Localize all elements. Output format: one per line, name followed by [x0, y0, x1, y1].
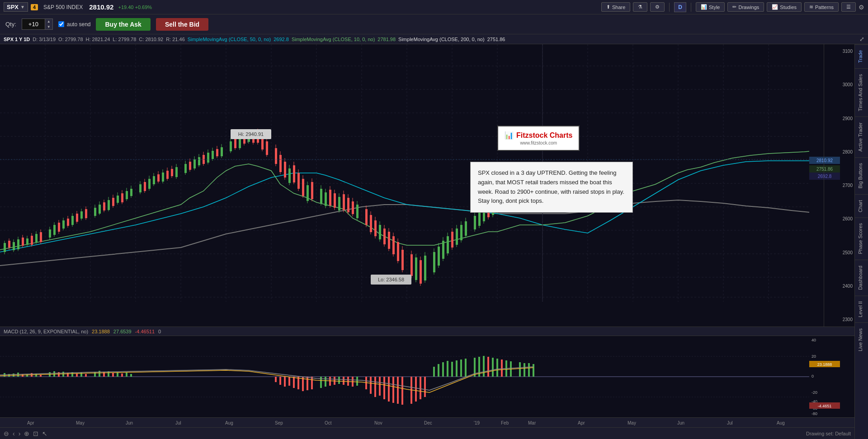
price-2700: 2700 — [826, 183, 853, 188]
drawings-icon: ✏ — [732, 4, 736, 10]
svg-rect-326 — [483, 356, 485, 377]
price-2500: 2500 — [826, 250, 853, 255]
chart-close: C: 2810.92 — [139, 37, 163, 42]
drawing-set-label: Drawing set: Default — [806, 431, 851, 436]
svg-text:'19: '19 — [474, 420, 480, 425]
settings-button[interactable]: ⚙ — [650, 2, 665, 12]
sidebar-tab-live-news[interactable]: Live News — [855, 322, 868, 357]
sidebar-tab-dashboard[interactable]: Dashboard — [855, 260, 868, 295]
chart-icon: 📊 — [505, 131, 514, 140]
svg-rect-309 — [392, 377, 394, 403]
price-2800: 2800 — [826, 149, 853, 154]
svg-rect-280 — [112, 373, 114, 377]
share-button[interactable]: ⬆ Share — [601, 2, 630, 12]
svg-rect-282 — [121, 374, 123, 377]
top-toolbar: SPX ▼ 4 S&P 500 INDEX 2810.92 +19.40 +0.… — [0, 0, 868, 14]
price-2600: 2600 — [826, 216, 853, 221]
svg-rect-286 — [279, 377, 281, 385]
zoom-in-icon[interactable]: ⊕ — [24, 430, 29, 437]
svg-rect-289 — [293, 377, 295, 388]
svg-rect-307 — [383, 377, 385, 399]
svg-text:Nov: Nov — [374, 420, 382, 425]
svg-text:Apr: Apr — [578, 420, 585, 425]
svg-rect-275 — [85, 374, 87, 377]
svg-text:Jun: Jun — [677, 420, 684, 425]
svg-text:40: 40 — [811, 338, 816, 342]
sma10-value: 2781.98 — [377, 37, 396, 42]
period-button[interactable]: D — [674, 2, 686, 12]
svg-rect-314 — [420, 377, 421, 399]
chart-open: O: 2799.78 — [58, 37, 83, 42]
svg-text:Dec: Dec — [424, 420, 432, 425]
sma200-value: 2751.86 — [487, 37, 505, 42]
macd-chart-container: 40 20 0 -20 -40 -60 -80 23.1888 -4.4651 — [0, 336, 854, 417]
fitzstock-box: 📊 Fitzstock Charts www.fitzstock.com — [497, 126, 580, 151]
price-change: +19.40 +0.69% — [118, 5, 152, 10]
macd-val4: 0 — [158, 329, 161, 334]
qty-label: Qty: — [5, 21, 16, 28]
settings-icon: ⚙ — [655, 4, 660, 10]
style-icon: 📊 — [701, 4, 707, 10]
patterns-button[interactable]: ≋ Patterns — [804, 2, 839, 12]
ticker-dropdown-icon[interactable]: ▼ — [20, 5, 25, 9]
qty-arrows: ▲ ▼ — [45, 19, 52, 29]
svg-rect-328 — [492, 358, 494, 377]
chart-settings-gear-icon[interactable]: ⚙ — [859, 4, 864, 11]
qty-up-button[interactable]: ▲ — [45, 19, 52, 24]
price-scale: 3100 3000 2900 2800 2700 2600 2500 2400 … — [824, 44, 854, 327]
svg-rect-295 — [325, 377, 326, 387]
macd-val3: -4.46511 — [135, 329, 155, 334]
share-icon: ⬆ — [606, 4, 610, 10]
svg-rect-311 — [401, 377, 403, 405]
sidebar-tab-trade[interactable]: Trade — [855, 44, 868, 68]
svg-rect-284 — [130, 374, 132, 377]
sma50-label: SimpleMovingAvg (CLOSE, 50, 0, no) — [188, 37, 271, 42]
svg-rect-334 — [524, 363, 525, 377]
sell-bid-button[interactable]: Sell the Bid — [156, 18, 208, 31]
svg-rect-313 — [415, 377, 417, 402]
x-axis-svg: Apr May Jun Jul Aug Sep Oct Nov Dec '19 … — [0, 418, 841, 428]
macd-chart-svg: 40 20 0 -20 -40 -60 -80 23.1888 -4.4651 — [0, 336, 841, 417]
svg-text:20: 20 — [811, 354, 816, 359]
svg-text:Jul: Jul — [727, 420, 733, 425]
chart-info-bar: SPX 1 Y 1D D: 3/13/19 O: 2799.78 H: 2821… — [0, 34, 868, 44]
sidebar-tab-times-sales[interactable]: Times And Sales — [855, 68, 868, 117]
auto-send-label[interactable]: auto send — [58, 21, 91, 28]
sidebar-tab-phase-scores[interactable]: Phase Scores — [855, 217, 868, 259]
scroll-left-icon[interactable]: ‹ — [13, 430, 15, 437]
svg-text:-20: -20 — [811, 390, 817, 395]
stock-name: S&P 500 INDEX — [43, 4, 83, 10]
macd-info-bar: MACD (12, 26, 9, EXPONENTIAL, no) 23.188… — [0, 327, 854, 336]
ticker-box[interactable]: SPX ▼ — [4, 2, 28, 12]
svg-text:Oct: Oct — [325, 420, 332, 425]
svg-text:Hi: 2940.91: Hi: 2940.91 — [238, 131, 264, 137]
qty-down-button[interactable]: ▼ — [45, 24, 52, 30]
sidebar-tab-chart[interactable]: Chart — [855, 194, 868, 218]
more-button[interactable]: ☰ — [841, 2, 856, 12]
svg-text:-80: -80 — [811, 411, 817, 416]
buy-ask-button[interactable]: Buy the Ask — [96, 18, 150, 31]
studies-button[interactable]: 📈 Studies — [767, 2, 802, 12]
zoom-out-icon[interactable]: ⊖ — [4, 430, 9, 437]
fitzstock-title: 📊 Fitzstock Charts — [505, 131, 572, 140]
svg-text:Apr: Apr — [27, 420, 34, 425]
svg-rect-273 — [76, 374, 78, 377]
qty-input[interactable] — [22, 19, 45, 29]
svg-rect-276 — [94, 372, 96, 377]
fit-icon[interactable]: ⊡ — [33, 430, 38, 437]
svg-rect-283 — [126, 373, 127, 377]
scroll-right-icon[interactable]: › — [19, 430, 21, 437]
sidebar-tab-level2[interactable]: Level II — [855, 295, 868, 322]
drawings-button[interactable]: ✏ Drawings — [727, 2, 764, 12]
price-chart[interactable]: Hi: 2940.91 Lo: 2346.58 2810.92 2751.86 … — [0, 44, 854, 327]
cursor-icon[interactable]: ↖ — [42, 430, 47, 437]
beaker-icon: ⚗ — [638, 4, 642, 10]
sidebar-tab-big-buttons[interactable]: Big Buttons — [855, 157, 868, 194]
price-2300: 2300 — [826, 317, 853, 322]
auto-send-checkbox[interactable] — [58, 21, 64, 27]
sidebar-tab-active-trader[interactable]: Active Trader — [855, 117, 868, 157]
expand-icon[interactable]: ⤢ — [859, 36, 864, 42]
beaker-button[interactable]: ⚗ — [633, 2, 647, 12]
style-button[interactable]: 📊 Style — [696, 2, 725, 12]
qty-bar: Qty: ▲ ▼ auto send Buy the Ask Sell the … — [0, 14, 868, 34]
